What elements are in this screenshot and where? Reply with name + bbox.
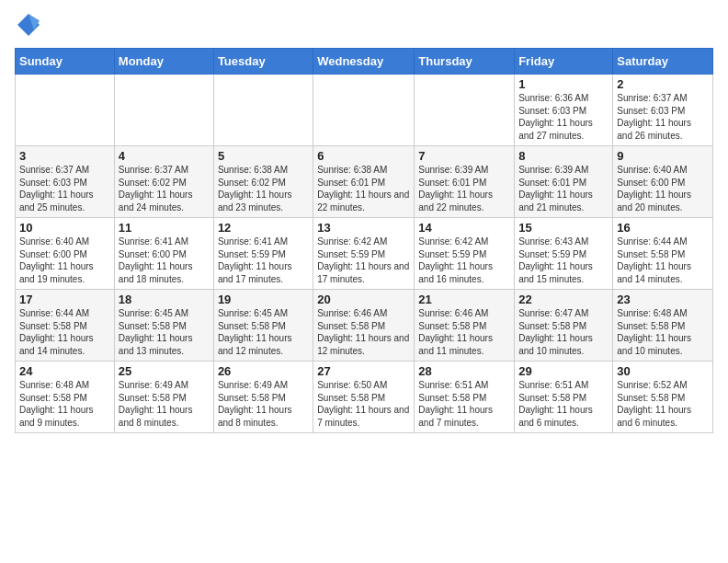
day-info: Sunrise: 6:40 AM Sunset: 6:00 PM Dayligh…: [617, 164, 709, 213]
calendar-cell: [313, 75, 415, 146]
calendar-cell: 24Sunrise: 6:48 AM Sunset: 5:58 PM Dayli…: [16, 362, 115, 433]
day-info: Sunrise: 6:42 AM Sunset: 5:59 PM Dayligh…: [317, 236, 410, 285]
day-info: Sunrise: 6:47 AM Sunset: 5:58 PM Dayligh…: [518, 307, 609, 357]
day-number: 29: [518, 364, 609, 378]
calendar-cell: 29Sunrise: 6:51 AM Sunset: 5:58 PM Dayli…: [515, 362, 613, 433]
weekday-header: Saturday: [613, 49, 713, 75]
day-number: 1: [518, 77, 609, 91]
day-info: Sunrise: 6:39 AM Sunset: 6:01 PM Dayligh…: [518, 164, 609, 213]
day-number: 18: [119, 293, 210, 306]
calendar-week-row: 10Sunrise: 6:40 AM Sunset: 6:00 PM Dayli…: [16, 218, 713, 290]
calendar-cell: 20Sunrise: 6:46 AM Sunset: 5:58 PM Dayli…: [313, 290, 415, 362]
calendar-cell: 11Sunrise: 6:41 AM Sunset: 6:00 PM Dayli…: [114, 218, 213, 290]
day-number: 13: [317, 221, 410, 235]
day-number: 4: [119, 149, 210, 163]
logo-icon: [15, 11, 42, 39]
day-info: Sunrise: 6:51 AM Sunset: 5:58 PM Dayligh…: [518, 379, 609, 429]
calendar-cell: 2Sunrise: 6:37 AM Sunset: 6:03 PM Daylig…: [613, 75, 713, 146]
main-container: SundayMondayTuesdayWednesdayThursdayFrid…: [0, 0, 728, 441]
day-number: 17: [19, 293, 110, 306]
day-info: Sunrise: 6:45 AM Sunset: 5:58 PM Dayligh…: [218, 307, 309, 357]
day-number: 24: [19, 364, 110, 378]
day-info: Sunrise: 6:49 AM Sunset: 5:58 PM Dayligh…: [218, 379, 309, 429]
calendar-week-row: 17Sunrise: 6:44 AM Sunset: 5:58 PM Dayli…: [16, 290, 713, 362]
day-number: 22: [518, 293, 609, 306]
calendar-cell: [114, 75, 213, 146]
calendar-cell: 8Sunrise: 6:39 AM Sunset: 6:01 PM Daylig…: [515, 146, 613, 218]
day-info: Sunrise: 6:44 AM Sunset: 5:58 PM Dayligh…: [617, 236, 709, 285]
day-number: 2: [617, 77, 709, 91]
calendar-week-row: 1Sunrise: 6:36 AM Sunset: 6:03 PM Daylig…: [16, 75, 713, 146]
day-info: Sunrise: 6:38 AM Sunset: 6:02 PM Dayligh…: [218, 164, 309, 213]
calendar-cell: 5Sunrise: 6:38 AM Sunset: 6:02 PM Daylig…: [213, 146, 313, 218]
day-number: 15: [518, 221, 609, 235]
calendar-cell: 21Sunrise: 6:46 AM Sunset: 5:58 PM Dayli…: [415, 290, 515, 362]
calendar-cell: 17Sunrise: 6:44 AM Sunset: 5:58 PM Dayli…: [16, 290, 115, 362]
calendar-cell: 19Sunrise: 6:45 AM Sunset: 5:58 PM Dayli…: [213, 290, 313, 362]
calendar-cell: 26Sunrise: 6:49 AM Sunset: 5:58 PM Dayli…: [213, 362, 313, 433]
day-info: Sunrise: 6:36 AM Sunset: 6:03 PM Dayligh…: [518, 92, 609, 142]
day-info: Sunrise: 6:46 AM Sunset: 5:58 PM Dayligh…: [317, 307, 410, 357]
calendar-cell: 13Sunrise: 6:42 AM Sunset: 5:59 PM Dayli…: [313, 218, 415, 290]
calendar-cell: 25Sunrise: 6:49 AM Sunset: 5:58 PM Dayli…: [114, 362, 213, 433]
calendar-table: SundayMondayTuesdayWednesdayThursdayFrid…: [15, 48, 713, 433]
day-info: Sunrise: 6:48 AM Sunset: 5:58 PM Dayligh…: [19, 379, 110, 429]
day-number: 12: [218, 221, 309, 235]
calendar-cell: 28Sunrise: 6:51 AM Sunset: 5:58 PM Dayli…: [415, 362, 515, 433]
day-number: 28: [418, 364, 510, 378]
weekday-header: Sunday: [16, 49, 115, 75]
calendar-cell: 9Sunrise: 6:40 AM Sunset: 6:00 PM Daylig…: [613, 146, 713, 218]
day-info: Sunrise: 6:49 AM Sunset: 5:58 PM Dayligh…: [119, 379, 210, 429]
day-info: Sunrise: 6:52 AM Sunset: 5:58 PM Dayligh…: [617, 379, 709, 429]
calendar-week-row: 3Sunrise: 6:37 AM Sunset: 6:03 PM Daylig…: [16, 146, 713, 218]
day-info: Sunrise: 6:41 AM Sunset: 5:59 PM Dayligh…: [218, 236, 309, 285]
calendar-cell: [213, 75, 313, 146]
weekday-header: Wednesday: [313, 49, 415, 75]
calendar-header-row: SundayMondayTuesdayWednesdayThursdayFrid…: [16, 49, 713, 75]
day-info: Sunrise: 6:37 AM Sunset: 6:03 PM Dayligh…: [617, 92, 709, 142]
calendar-cell: 16Sunrise: 6:44 AM Sunset: 5:58 PM Dayli…: [613, 218, 713, 290]
calendar-cell: 10Sunrise: 6:40 AM Sunset: 6:00 PM Dayli…: [16, 218, 115, 290]
weekday-header: Monday: [114, 49, 213, 75]
calendar-cell: 14Sunrise: 6:42 AM Sunset: 5:59 PM Dayli…: [415, 218, 515, 290]
day-number: 11: [119, 221, 210, 235]
day-info: Sunrise: 6:37 AM Sunset: 6:03 PM Dayligh…: [19, 164, 110, 213]
day-number: 30: [617, 364, 709, 378]
weekday-header: Tuesday: [213, 49, 313, 75]
day-number: 5: [218, 149, 309, 163]
day-number: 20: [317, 293, 410, 306]
day-info: Sunrise: 6:50 AM Sunset: 5:58 PM Dayligh…: [317, 379, 410, 429]
day-info: Sunrise: 6:39 AM Sunset: 6:01 PM Dayligh…: [418, 164, 510, 213]
day-info: Sunrise: 6:46 AM Sunset: 5:58 PM Dayligh…: [418, 307, 510, 357]
calendar-cell: 18Sunrise: 6:45 AM Sunset: 5:58 PM Dayli…: [114, 290, 213, 362]
day-number: 23: [617, 293, 709, 306]
calendar-cell: 15Sunrise: 6:43 AM Sunset: 5:59 PM Dayli…: [515, 218, 613, 290]
day-info: Sunrise: 6:37 AM Sunset: 6:02 PM Dayligh…: [119, 164, 210, 213]
day-number: 3: [19, 149, 110, 163]
day-info: Sunrise: 6:48 AM Sunset: 5:58 PM Dayligh…: [617, 307, 709, 357]
day-info: Sunrise: 6:40 AM Sunset: 6:00 PM Dayligh…: [19, 236, 110, 285]
day-number: 9: [617, 149, 709, 163]
day-number: 6: [317, 149, 410, 163]
day-number: 14: [418, 221, 510, 235]
calendar-cell: 4Sunrise: 6:37 AM Sunset: 6:02 PM Daylig…: [114, 146, 213, 218]
weekday-header: Thursday: [415, 49, 515, 75]
calendar-cell: 27Sunrise: 6:50 AM Sunset: 5:58 PM Dayli…: [313, 362, 415, 433]
calendar-week-row: 24Sunrise: 6:48 AM Sunset: 5:58 PM Dayli…: [16, 362, 713, 433]
day-info: Sunrise: 6:43 AM Sunset: 5:59 PM Dayligh…: [518, 236, 609, 285]
day-info: Sunrise: 6:41 AM Sunset: 6:00 PM Dayligh…: [119, 236, 210, 285]
header: [15, 11, 713, 39]
day-info: Sunrise: 6:44 AM Sunset: 5:58 PM Dayligh…: [19, 307, 110, 357]
day-number: 27: [317, 364, 410, 378]
calendar-cell: 30Sunrise: 6:52 AM Sunset: 5:58 PM Dayli…: [613, 362, 713, 433]
day-info: Sunrise: 6:45 AM Sunset: 5:58 PM Dayligh…: [119, 307, 210, 357]
day-number: 25: [119, 364, 210, 378]
day-number: 10: [19, 221, 110, 235]
day-number: 19: [218, 293, 309, 306]
calendar-cell: 12Sunrise: 6:41 AM Sunset: 5:59 PM Dayli…: [213, 218, 313, 290]
calendar-cell: 3Sunrise: 6:37 AM Sunset: 6:03 PM Daylig…: [16, 146, 115, 218]
calendar-cell: 1Sunrise: 6:36 AM Sunset: 6:03 PM Daylig…: [515, 75, 613, 146]
calendar-cell: 23Sunrise: 6:48 AM Sunset: 5:58 PM Dayli…: [613, 290, 713, 362]
day-info: Sunrise: 6:38 AM Sunset: 6:01 PM Dayligh…: [317, 164, 410, 213]
day-info: Sunrise: 6:51 AM Sunset: 5:58 PM Dayligh…: [418, 379, 510, 429]
